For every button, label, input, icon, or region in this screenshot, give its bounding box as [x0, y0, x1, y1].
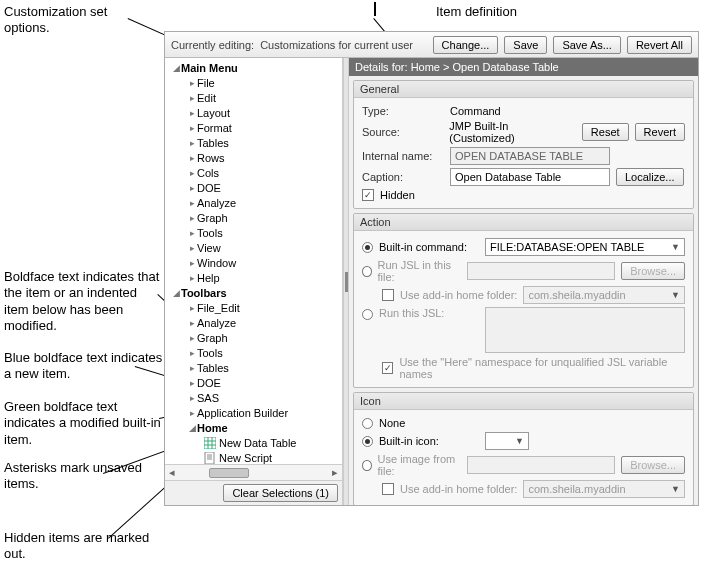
tree-node[interactable]: ▸File_Edit	[169, 300, 342, 315]
collapse-icon[interactable]: ◢	[187, 423, 197, 433]
source-value: JMP Built-In (Customized)	[449, 120, 576, 144]
tree-node[interactable]: ▸Application Builder	[169, 405, 342, 420]
horizontal-scrollbar[interactable]: ◂ ▸	[165, 464, 342, 480]
tree-pane: ◢ Main Menu ▸File▸Edit▸Layout▸Format▸Tab…	[165, 58, 343, 505]
addin-folder-select: com.sheila.myaddin ▼	[523, 480, 685, 498]
builtin-command-radio[interactable]	[362, 242, 373, 253]
collapse-icon[interactable]: ◢	[171, 63, 181, 73]
tree-item[interactable]: New Script	[169, 450, 342, 464]
caption-field[interactable]	[450, 168, 610, 186]
tree-node[interactable]: ▸Graph	[169, 330, 342, 345]
expand-icon[interactable]: ▸	[187, 78, 197, 88]
hidden-checkbox[interactable]	[362, 189, 374, 201]
tree-node[interactable]: ▸Edit	[169, 90, 342, 105]
save-button[interactable]: Save	[504, 36, 547, 54]
revert-button[interactable]: Revert	[635, 123, 685, 141]
localize-button[interactable]: Localize...	[616, 168, 684, 186]
tree-label: File_Edit	[197, 302, 240, 314]
expand-icon[interactable]: ▸	[187, 318, 197, 328]
tree-node[interactable]: ▸Graph	[169, 210, 342, 225]
tree-node[interactable]: ▸Window	[169, 255, 342, 270]
tree-node[interactable]: ▸DOE	[169, 375, 342, 390]
tree-node[interactable]: ▸File	[169, 75, 342, 90]
run-file-radio[interactable]	[362, 266, 372, 277]
expand-icon[interactable]: ▸	[187, 258, 197, 268]
expand-icon[interactable]: ▸	[187, 198, 197, 208]
expand-icon[interactable]: ▸	[187, 108, 197, 118]
collapse-icon[interactable]: ◢	[171, 288, 181, 298]
expand-icon[interactable]: ▸	[187, 168, 197, 178]
tree-label: Window	[197, 257, 236, 269]
expand-icon[interactable]: ▸	[187, 393, 197, 403]
expand-icon[interactable]: ▸	[187, 363, 197, 373]
change-button[interactable]: Change...	[433, 36, 499, 54]
icon-builtin-label: Built-in icon:	[379, 435, 479, 447]
tree-label: Home	[197, 422, 228, 434]
tree-node[interactable]: ▸Tools	[169, 225, 342, 240]
tree-node[interactable]: ▸Rows	[169, 150, 342, 165]
clear-selections-button[interactable]: Clear Selections (1)	[223, 484, 338, 502]
svg-rect-0	[204, 437, 216, 449]
tree-node[interactable]: ▸Help	[169, 270, 342, 285]
tree-node[interactable]: ▸Tables	[169, 135, 342, 150]
expand-icon[interactable]: ▸	[187, 273, 197, 283]
annot-asterisk: Asterisks mark unsaved items.	[4, 460, 164, 493]
tree-node[interactable]: ▸Analyze	[169, 315, 342, 330]
icon-builtin-select[interactable]: ▼	[485, 432, 529, 450]
tree-node[interactable]: ▸Tables	[169, 360, 342, 375]
tree-label: DOE	[197, 377, 221, 389]
expand-icon[interactable]: ▸	[187, 243, 197, 253]
menu-tree[interactable]: ◢ Main Menu ▸File▸Edit▸Layout▸Format▸Tab…	[165, 58, 342, 464]
addin-folder-label: Use add-in home folder:	[400, 483, 517, 495]
tree-label: Tools	[197, 347, 223, 359]
expand-icon[interactable]: ▸	[187, 93, 197, 103]
tree-node[interactable]: ▸Layout	[169, 105, 342, 120]
tree-node[interactable]: ▸Tools	[169, 345, 342, 360]
editing-value: Customizations for current user	[260, 39, 413, 51]
builtin-command-select[interactable]: FILE:DATABASE:OPEN TABLE ▼	[485, 238, 685, 256]
tree-node[interactable]: ▸SAS	[169, 390, 342, 405]
run-jsl-label: Run this JSL:	[379, 307, 479, 319]
top-toolbar: Currently editing: Customizations for cu…	[165, 32, 698, 58]
expand-icon[interactable]: ▸	[187, 138, 197, 148]
here-namespace-label: Use the "Here" namespace for unqualified…	[399, 356, 685, 380]
run-jsl-radio[interactable]	[362, 309, 373, 320]
save-as-button[interactable]: Save As...	[553, 36, 621, 54]
tree-node[interactable]: ▸View	[169, 240, 342, 255]
expand-icon[interactable]: ▸	[187, 378, 197, 388]
expand-icon[interactable]: ▸	[187, 123, 197, 133]
svg-rect-5	[205, 452, 214, 464]
expand-icon[interactable]: ▸	[187, 303, 197, 313]
tree-node[interactable]: ▸Analyze	[169, 195, 342, 210]
text-cursor	[374, 2, 376, 16]
clear-selections-bar: Clear Selections (1)	[165, 480, 342, 505]
icon-none-radio[interactable]	[362, 418, 373, 429]
scroll-right-icon[interactable]: ▸	[328, 466, 342, 479]
tree-item[interactable]: New Data Table	[169, 435, 342, 450]
group-general: General Type: Command Source: JMP Built-…	[353, 80, 694, 209]
tree-node[interactable]: ▸Format	[169, 120, 342, 135]
expand-icon[interactable]: ▸	[187, 408, 197, 418]
addin-folder-select: com.sheila.myaddin ▼	[523, 286, 685, 304]
expand-icon[interactable]: ▸	[187, 348, 197, 358]
revert-all-button[interactable]: Revert All	[627, 36, 692, 54]
tree-node-toolbars[interactable]: ◢ Toolbars	[169, 285, 342, 300]
tree-node[interactable]: ▸Cols	[169, 165, 342, 180]
scroll-left-icon[interactable]: ◂	[165, 466, 179, 479]
tree-node-main-menu[interactable]: ◢ Main Menu	[169, 60, 342, 75]
scroll-thumb[interactable]	[209, 468, 249, 478]
icon-image-radio[interactable]	[362, 460, 372, 471]
icon-builtin-radio[interactable]	[362, 436, 373, 447]
caption-label: Caption:	[362, 171, 444, 183]
expand-icon[interactable]: ▸	[187, 213, 197, 223]
addin-folder-label: Use add-in home folder:	[400, 289, 517, 301]
tree-node[interactable]: ▸DOE	[169, 180, 342, 195]
here-namespace-checkbox	[382, 362, 393, 374]
expand-icon[interactable]: ▸	[187, 228, 197, 238]
expand-icon[interactable]: ▸	[187, 333, 197, 343]
expand-icon[interactable]: ▸	[187, 153, 197, 163]
expand-icon[interactable]: ▸	[187, 183, 197, 193]
internal-name-field	[450, 147, 610, 165]
reset-button[interactable]: Reset	[582, 123, 629, 141]
tree-node-home[interactable]: ◢ Home	[169, 420, 342, 435]
